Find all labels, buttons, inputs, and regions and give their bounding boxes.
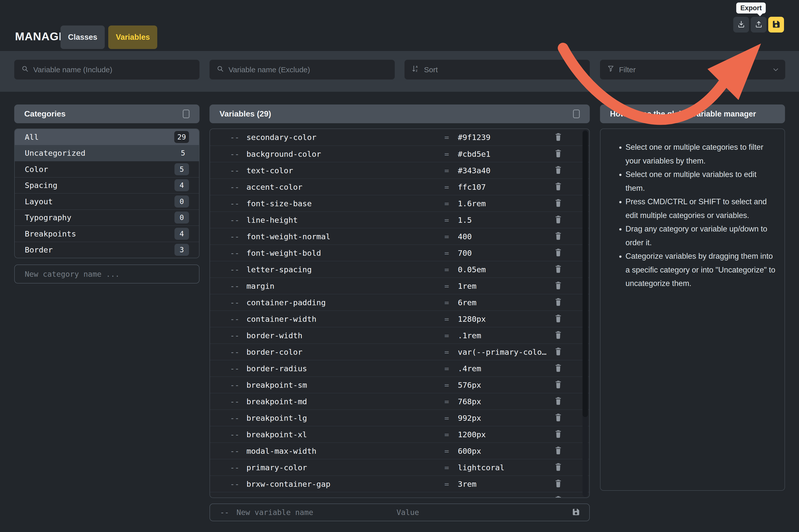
category-row[interactable]: Layout0 (15, 193, 199, 209)
delete-variable-button[interactable] (551, 446, 566, 456)
delete-variable-button[interactable] (551, 133, 566, 142)
new-variable-row: -- (209, 504, 590, 521)
variable-row[interactable]: --modal-max-width=600px (210, 442, 589, 459)
sort-dropdown[interactable]: AZ Sort (404, 60, 590, 79)
category-row[interactable]: Typography0 (15, 209, 199, 226)
scrollbar-thumb[interactable] (583, 131, 588, 417)
variable-row[interactable]: --accent-color=ffc107 (210, 178, 589, 195)
delete-variable-button[interactable] (551, 265, 566, 274)
delete-variable-button[interactable] (551, 248, 566, 258)
category-row[interactable]: Uncategorized5 (15, 145, 199, 161)
delete-variable-button[interactable] (551, 166, 566, 175)
variable-name: font-size-base (247, 199, 444, 208)
delete-variable-button[interactable] (551, 281, 566, 290)
new-variable-value-input[interactable] (397, 508, 572, 517)
delete-variable-button[interactable] (551, 314, 566, 323)
variable-row[interactable]: --border-color=var(--primary-colo… (210, 343, 589, 360)
variable-row[interactable]: --font-size-base=1.6rem (210, 195, 589, 211)
funnel-icon (607, 65, 614, 74)
select-all-categories-checkbox[interactable] (183, 110, 190, 118)
filter-bar: AZ Sort Filter (0, 51, 799, 92)
variable-row[interactable]: --line-height=1.5 (210, 211, 589, 228)
add-variable-save-button[interactable] (572, 508, 580, 517)
variable-prefix: -- (230, 414, 247, 422)
page-title: MANAGE (15, 30, 66, 43)
variable-row[interactable]: --text-color=#343a40 (210, 162, 589, 178)
variable-row[interactable]: --header-height=60px (210, 492, 589, 498)
delete-variable-button[interactable] (551, 413, 566, 422)
variable-name: header-height (247, 496, 444, 498)
variable-prefix: -- (230, 430, 247, 439)
category-row[interactable]: Breakpoints4 (15, 226, 199, 242)
include-search-field[interactable] (14, 60, 199, 79)
export-button[interactable] (751, 17, 766, 33)
exclude-search-input[interactable] (228, 65, 388, 74)
trash-icon (554, 347, 562, 357)
variable-row[interactable]: --font-weight-bold=700 (210, 245, 589, 261)
variable-row[interactable]: --breakpoint-sm=576px (210, 377, 589, 393)
variable-row[interactable]: --letter-spacing=0.05em (210, 261, 589, 278)
tab-variables[interactable]: Variables (108, 25, 157, 49)
variable-row[interactable]: --primary-color=lightcoral (210, 459, 589, 475)
variable-row[interactable]: --secondary-color=#9f1239 (210, 129, 589, 146)
category-count-badge: 29 (174, 131, 189, 143)
variable-row[interactable]: --breakpoint-md=768px (210, 393, 589, 410)
variables-title: Variables (29) (220, 109, 271, 118)
delete-variable-button[interactable] (551, 232, 566, 241)
new-category-field[interactable] (14, 265, 199, 284)
delete-variable-button[interactable] (551, 182, 566, 191)
delete-variable-button[interactable] (551, 331, 566, 340)
search-icon (21, 65, 29, 74)
delete-variable-button[interactable] (551, 149, 566, 158)
variable-value: ffc107 (458, 183, 551, 191)
filter-dropdown[interactable]: Filter (600, 60, 785, 79)
delete-variable-button[interactable] (551, 479, 566, 489)
variable-row[interactable]: --breakpoint-lg=992px (210, 410, 589, 426)
variable-row[interactable]: --container-width=1280px (210, 310, 589, 327)
variable-row[interactable]: --brxw-container-gap=3rem (210, 475, 589, 492)
tab-classes[interactable]: Classes (60, 25, 105, 49)
trash-icon (554, 298, 562, 307)
variable-name: line-height (247, 215, 444, 225)
delete-variable-button[interactable] (551, 496, 566, 498)
new-category-input[interactable] (25, 270, 189, 279)
delete-variable-button[interactable] (551, 397, 566, 406)
variable-value: var(--primary-colo… (458, 347, 551, 357)
help-item: Select one or multiple categories to fil… (626, 140, 776, 168)
variable-row[interactable]: --border-radius=.4rem (210, 360, 589, 377)
variable-value: 1.5 (458, 215, 551, 225)
import-button[interactable] (733, 17, 749, 33)
category-count-badge: 5 (174, 147, 189, 159)
delete-variable-button[interactable] (551, 298, 566, 307)
category-count-badge: 4 (174, 228, 189, 240)
exclude-search-field[interactable] (209, 60, 395, 79)
category-row[interactable]: All29 (15, 129, 199, 145)
variable-row[interactable]: --font-weight-normal=400 (210, 228, 589, 245)
category-row[interactable]: Color5 (15, 161, 199, 177)
variable-name: letter-spacing (247, 265, 444, 274)
delete-variable-button[interactable] (551, 215, 566, 225)
save-button[interactable] (768, 17, 784, 33)
variable-row[interactable]: --container-padding=6rem (210, 294, 589, 310)
variable-row[interactable]: --background-color=#cbd5e1 (210, 146, 589, 162)
variable-name: breakpoint-lg (247, 414, 444, 422)
delete-variable-button[interactable] (551, 380, 566, 390)
scrollbar-track[interactable] (583, 130, 588, 497)
help-title: How to use the global variable manager (610, 110, 756, 118)
delete-variable-button[interactable] (551, 463, 566, 472)
delete-variable-button[interactable] (551, 199, 566, 208)
delete-variable-button[interactable] (551, 430, 566, 439)
category-label: Border (25, 245, 53, 254)
variable-name: secondary-color (247, 133, 444, 142)
variable-row[interactable]: --breakpoint-xl=1200px (210, 426, 589, 442)
category-row[interactable]: Spacing4 (15, 177, 199, 193)
delete-variable-button[interactable] (551, 364, 566, 373)
include-search-input[interactable] (33, 65, 192, 74)
variable-row[interactable]: --margin=1rem (210, 278, 589, 294)
select-all-variables-checkbox[interactable] (573, 110, 580, 118)
variable-value: 1rem (458, 282, 551, 290)
new-variable-name-input[interactable] (236, 508, 397, 517)
variable-row[interactable]: --border-width=.1rem (210, 327, 589, 343)
delete-variable-button[interactable] (551, 347, 566, 357)
category-row[interactable]: Border3 (15, 242, 199, 258)
